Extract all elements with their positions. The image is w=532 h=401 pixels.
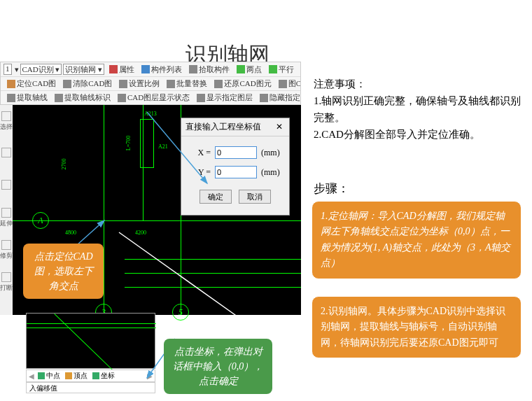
page-num[interactable]: 1 (4, 64, 12, 75)
tb-length[interactable]: 长度标注 (300, 64, 300, 76)
dim-l700: L=700 (125, 136, 132, 150)
bubble-5: 5 (172, 304, 189, 321)
bottom-snap-bar: ◀ 中点 顶点 坐标 ▶ (26, 370, 155, 382)
dropdown-cad[interactable]: CAD识别 ▾ (20, 64, 62, 75)
snap-vert[interactable]: 顶点 (64, 371, 89, 381)
tb-layer-state[interactable]: CAD图层显示状态 (116, 92, 191, 104)
grid-line-b2 (125, 273, 301, 274)
tb-clear-cad[interactable]: 清除CAD图 (62, 78, 113, 90)
step-1-box: 1.定位轴网：导入CAD分解图，我们规定轴网左下角轴线交点定位为坐标（0,0）点… (312, 201, 522, 279)
note-1: 1.轴网识别正确完整，确保轴号及轴线都识别完整。 (314, 92, 524, 126)
grid-line-3 (104, 105, 104, 315)
x-unit: (mm) (261, 148, 280, 158)
side-extend[interactable]: 延伸 (0, 204, 13, 231)
callout-coords: 点击坐标，在弹出对话框中输入（0,0），点击确定 (164, 339, 272, 394)
tb-hide-layer[interactable]: 隐藏指定图层 (258, 92, 300, 104)
tb-scale[interactable]: 设置比例 (118, 78, 161, 90)
bottom-cad-view[interactable] (26, 313, 155, 369)
steps-heading: 步骤： (314, 181, 349, 197)
tb-list[interactable]: 构件列表 (140, 64, 183, 76)
notes-panel: 注意事项： 1.轴网识别正确完整，确保轴号及轴线都识别完整。 2.CAD分解图全… (314, 76, 524, 143)
main-toolbar: 1 ▾ CAD识别 ▾ 识别轴网 ▾ 属性 构件列表 拾取构件 两点 平行 长度… (0, 62, 301, 105)
x-label: X = (188, 148, 211, 158)
grid-line-b1 (125, 259, 301, 260)
ok-button[interactable]: 确定 (200, 190, 232, 204)
label-a21: A21 (158, 143, 168, 150)
step-2-box: 2.识别轴网。具体步骤为CAD识别中选择识别轴网，提取轴线与轴标号，自动识别轴网… (312, 296, 522, 358)
callout-locate-cad: 点击定位CAD图，选取左下角交点 (23, 244, 104, 299)
dialog-title-text: 直接输入工程坐标值 (186, 121, 261, 133)
note-2: 2.CAD分解图全部导入并定位准确。 (314, 126, 524, 143)
x-input[interactable] (215, 146, 257, 159)
side-tool3[interactable] (1, 172, 11, 199)
tb-replace[interactable]: 批量替换 (165, 78, 209, 90)
tb-show-layer[interactable]: 显示指定图层 (195, 92, 254, 104)
tb-extract-axis[interactable]: 提取轴线 (6, 92, 49, 104)
y-unit: (mm) (261, 167, 280, 178)
bv-line1 (27, 323, 156, 324)
tb-parallel[interactable]: 平行 (267, 64, 295, 76)
label-a213: A213 (144, 111, 157, 117)
side-toolbar: 选择 延伸 修剪 打断 (0, 105, 13, 315)
cancel-button[interactable]: 取消 (239, 190, 271, 204)
dim-4200: 4200 (135, 230, 146, 236)
tb-restore[interactable]: 还原CAD图元 (213, 78, 272, 90)
dim-4800: 4800 (65, 230, 76, 236)
tb-2pt[interactable]: 两点 (235, 64, 263, 76)
grid-line-a (13, 220, 301, 221)
dim-2700: 2700 (61, 159, 67, 170)
coord-dialog: 直接输入工程坐标值 ✕ X = (mm) Y = (mm) 确定 取消 (181, 118, 290, 216)
snap-coord[interactable]: 坐标 (91, 371, 116, 381)
snap-mid[interactable]: 中点 (36, 371, 62, 381)
column-outline (140, 119, 154, 168)
tb-props[interactable]: 属性 (108, 64, 136, 76)
tb-extract-mark[interactable]: 提取轴线标识 (53, 92, 112, 104)
close-icon[interactable]: ✕ (274, 122, 285, 133)
y-input[interactable] (215, 166, 257, 178)
bubble-a: A (32, 212, 49, 229)
tb-image[interactable]: 图CAD图 (277, 78, 300, 90)
notes-heading: 注意事项： (314, 76, 524, 92)
side-select[interactable]: 选择 (0, 108, 13, 134)
dropdown-axis[interactable]: 识别轴网 ▾ (63, 64, 104, 75)
bottom-offset-bar: 入偏移值 (26, 382, 155, 393)
tb-locate-cad[interactable]: 定位CAD图 (6, 78, 57, 90)
bv-diag (54, 314, 112, 370)
y-label: Y = (188, 167, 211, 178)
side-break[interactable]: 打断 (0, 269, 13, 295)
grid-line-b3 (125, 287, 301, 288)
bv-line2 (27, 328, 156, 328)
side-tool2[interactable] (1, 140, 11, 167)
side-trim[interactable]: 修剪 (0, 237, 13, 263)
tb-pick[interactable]: 拾取构件 (188, 64, 231, 76)
